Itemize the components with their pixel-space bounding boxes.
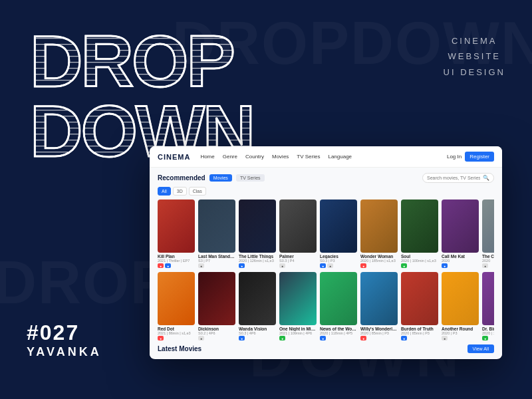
project-info: #027 YAVANKA — [27, 321, 102, 359]
nav-home[interactable]: Home — [198, 152, 216, 161]
nav-actions: Log In Register — [447, 152, 494, 162]
navbar: CINEMA Home Genre Country Movies TV Seri… — [150, 146, 502, 168]
movie-card[interactable]: PalmerS0.3 | P4● — [279, 200, 317, 268]
movie-card[interactable]: Willy's Wonderland2020 | 85min | P3● — [360, 272, 398, 340]
movie-poster — [401, 200, 438, 253]
movie-card[interactable]: Call Me Kat2020● — [442, 200, 479, 268]
view-all-button[interactable]: View All — [467, 344, 494, 353]
movie-card[interactable]: Kill Plan2021 | Thriller | EP7●● — [158, 200, 195, 268]
nav-language[interactable]: Language — [326, 152, 354, 161]
tab-tvseries[interactable]: TV Series — [236, 174, 265, 182]
filter-row: All 3D Clas — [158, 187, 494, 196]
movie-title: One Night in Miami — [279, 327, 317, 331]
movie-title: Wanda Vision — [239, 327, 276, 331]
movie-grid-row1: Kill Plan2021 | Thriller | EP7●●Last Man… — [158, 200, 494, 268]
movie-title: Call Me Kat — [442, 254, 479, 259]
movie-meta: 2020 | 85min | P3 — [401, 331, 438, 335]
movie-title: Another Round — [442, 327, 479, 331]
movie-card[interactable]: News of the World2020 | 118min | 4P5● — [320, 272, 357, 340]
movie-card[interactable]: Another Round2020 | P3● — [442, 272, 479, 340]
latest-section: Latest Movies View All — [158, 344, 494, 353]
movie-tag: ● — [360, 263, 366, 268]
tab-movies[interactable]: Movies — [209, 174, 232, 182]
movie-card[interactable]: DickinsonS0.2 | 4P6● — [198, 272, 235, 340]
movie-card[interactable]: The Croods: A N...2020● — [482, 200, 494, 268]
nav-links: Home Genre Country Movies TV Series Lang… — [198, 152, 442, 161]
movie-card[interactable]: LegaciesS0.3 | P3●● — [320, 200, 357, 268]
movie-poster — [320, 272, 357, 325]
bg-watermark-bottom-left: DROP — [0, 253, 172, 313]
search-input[interactable] — [427, 176, 480, 180]
movie-grid-row2: Red Dot2021 | 86min | s1,e3●DickinsonS0.… — [158, 272, 494, 340]
movie-poster — [320, 200, 357, 253]
movie-title: Palmer — [279, 254, 317, 259]
movie-poster — [239, 272, 276, 325]
movie-title: Wonder Woman — [360, 254, 398, 259]
latest-title: Latest Movies — [158, 345, 201, 352]
filter-3d[interactable]: 3D — [173, 187, 187, 196]
movie-title: Legacies — [320, 254, 357, 259]
movie-meta: 2020 | 100min | s1,e3 — [401, 259, 438, 263]
movie-tag: ● — [158, 263, 164, 268]
movie-title: Willy's Wonderland — [360, 327, 398, 331]
movie-card[interactable]: Burden of Truth2020 | 85min | P3● — [401, 272, 438, 340]
main-title-svg: DROP DOWN DROP DOWN DROP DOWN — [27, 20, 279, 163]
movie-card[interactable]: Last Man StandingS3 | P7● — [198, 200, 235, 268]
recommended-header: Recommended Movies TV Series 🔍 — [158, 173, 494, 183]
movie-tag: ● — [360, 336, 366, 340]
movie-poster — [239, 200, 276, 253]
movie-meta: 2020 — [482, 259, 494, 263]
movie-meta: 2021 | Thriller | EP7 — [158, 259, 195, 263]
movie-tag: ● — [320, 263, 326, 268]
project-number: #027 — [27, 321, 102, 345]
movie-title: Soul — [401, 254, 438, 259]
movie-tag: ● — [239, 263, 245, 268]
movie-meta: 2020 | 85min | P3 — [360, 331, 398, 335]
filter-classic[interactable]: Clas — [189, 187, 206, 196]
movie-card[interactable]: Wanda VisionS0.3 | 4P6● — [239, 272, 276, 340]
movie-tag: ● — [279, 336, 285, 340]
movie-meta: 2020 | 126min | s1,e3 — [239, 259, 276, 263]
subtitle-line1: CINEMA — [444, 33, 505, 49]
movie-meta: 2020 | P3 — [442, 331, 479, 335]
movie-card[interactable]: Dr. Bird's Advice2020 | 105min | 4P3● — [482, 272, 494, 340]
movie-poster — [158, 200, 195, 253]
nav-country[interactable]: Country — [243, 152, 266, 161]
movie-poster — [482, 200, 494, 253]
movie-tag: ● — [239, 336, 245, 340]
project-name: YAVANKA — [27, 345, 102, 359]
movie-tag: ● — [401, 336, 407, 340]
nav-tvseries[interactable]: TV Series — [295, 152, 322, 161]
movie-meta: 2020 | 105min | 4P3 — [482, 331, 494, 335]
movie-title: News of the World — [320, 327, 357, 331]
movie-poster — [442, 200, 479, 253]
subtitle-line3: UI DESIGN — [444, 65, 505, 80]
login-button[interactable]: Log In — [447, 154, 462, 160]
main-title-area: DROP DOWN DROP DOWN DROP DOWN — [27, 20, 279, 166]
filter-all[interactable]: All — [158, 187, 171, 196]
movie-tag: ● — [442, 336, 448, 340]
movie-card[interactable]: Red Dot2021 | 86min | s1,e3● — [158, 272, 195, 340]
movie-poster — [442, 272, 479, 325]
nav-genre[interactable]: Genre — [221, 152, 239, 161]
movie-card[interactable]: One Night in Miami2021 | 109min | 4P6● — [279, 272, 317, 340]
movie-title: The Little Things — [239, 254, 276, 259]
register-button[interactable]: Register — [465, 152, 494, 162]
nav-movies[interactable]: Movies — [270, 152, 291, 161]
search-icon[interactable]: 🔍 — [483, 175, 489, 181]
movie-meta: 2020 | 185min | s1,e3 — [360, 259, 398, 263]
movie-tag: ● — [198, 263, 204, 268]
movie-meta: 2020 — [442, 259, 479, 263]
movie-meta: S3 | P7 — [198, 259, 235, 263]
movie-tag: ● — [482, 336, 488, 340]
movie-card[interactable]: The Little Things2020 | 126min | s1,e3● — [239, 200, 276, 268]
movie-card[interactable]: Soul2020 | 100min | s1,e3● — [401, 200, 438, 268]
movie-title: Burden of Truth — [401, 327, 438, 331]
movie-meta: S0.3 | P3 — [320, 259, 357, 263]
movie-card[interactable]: Wonder Woman2020 | 185min | s1,e3● — [360, 200, 398, 268]
movie-tag: ● — [401, 263, 407, 268]
movie-poster — [279, 272, 317, 325]
movie-poster — [360, 200, 398, 253]
movie-poster — [279, 200, 317, 253]
movie-meta: S0.2 | 4P6 — [198, 331, 235, 335]
